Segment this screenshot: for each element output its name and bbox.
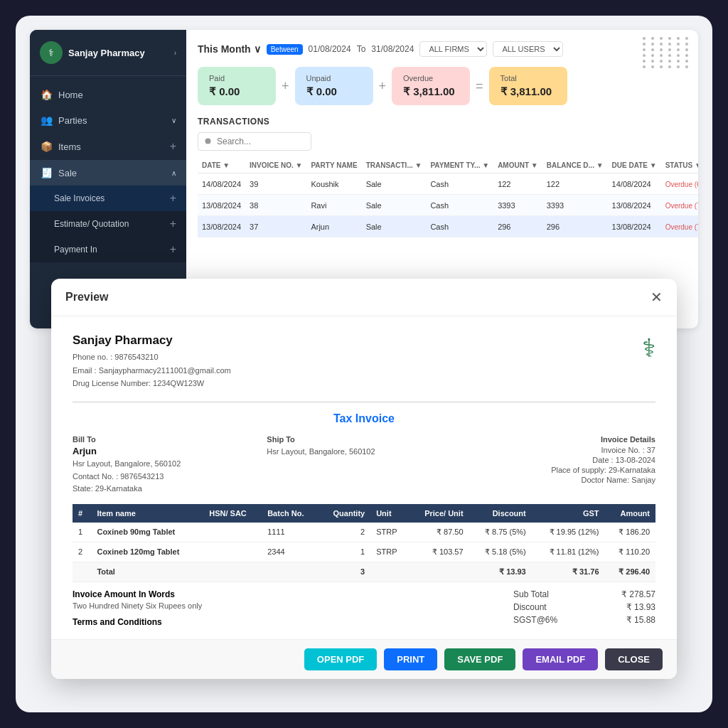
row2-payment: Cash xyxy=(426,195,493,216)
th-price: Price/ Unit xyxy=(409,504,469,523)
row2-due-date: 13/08/2024 xyxy=(608,195,661,216)
total-amount: ₹ 296.40 xyxy=(605,562,655,582)
print-button[interactable]: PRINT xyxy=(384,648,437,670)
save-pdf-button[interactable]: SAVE PDF xyxy=(444,648,515,670)
sidebar-item-parties-label: Parties xyxy=(58,115,87,126)
item2-batch: 2344 xyxy=(262,542,319,562)
overdue-amount: ₹ 3,811.00 xyxy=(403,85,459,98)
bill-to-label: Bill To xyxy=(73,435,267,444)
modal-footer: OPEN PDF PRINT SAVE PDF EMAIL PDF CLOSE xyxy=(51,639,677,679)
item1-name: Coxineb 90mg Tablet xyxy=(91,523,203,542)
row3-status: Overdue (7 days xyxy=(665,223,698,231)
sidebar-item-items[interactable]: 📦 Items + xyxy=(30,133,186,160)
sidebar-brand[interactable]: ⚕ Sanjay Pharmacy › xyxy=(30,30,186,76)
pharmacy-phone: Phone no. : 9876543210 xyxy=(73,350,231,364)
payment-in-add-icon[interactable]: + xyxy=(170,243,176,256)
item1-discount: ₹ 8.75 (5%) xyxy=(469,523,532,542)
parties-expand-icon: ∨ xyxy=(171,117,176,124)
modal-body: Sanjay Pharmacy Phone no. : 9876543210 E… xyxy=(51,316,677,639)
paid-amount: ₹ 0.00 xyxy=(209,85,264,98)
email-pdf-button[interactable]: EMAIL PDF xyxy=(523,648,598,670)
sidebar-item-parties[interactable]: 👥 Parties ∨ xyxy=(30,107,186,133)
row3-date: 13/08/2024 xyxy=(198,216,245,237)
items-add-icon[interactable]: + xyxy=(170,140,176,153)
pharmacy-drug-license: Drug License Number: 1234QW123W xyxy=(73,377,231,390)
brand-icon: ⚕ xyxy=(40,41,63,64)
user-select[interactable]: ALL USERS xyxy=(493,41,563,57)
discount-line: Discount ₹ 13.93 xyxy=(513,602,655,612)
row3-amount: 296 xyxy=(493,216,542,237)
date-from: 01/08/2024 xyxy=(309,44,351,54)
item2-gst: ₹ 11.81 (12%) xyxy=(532,542,605,562)
total-unit xyxy=(370,562,409,582)
sidebar-item-home-label: Home xyxy=(58,90,83,100)
transactions-title: TRANSACTIONS xyxy=(198,117,687,127)
paid-label: Paid xyxy=(209,74,264,82)
item2-num: 2 xyxy=(73,542,91,562)
col-party: PARTY NAME xyxy=(306,158,361,173)
total-gst: ₹ 31.76 xyxy=(532,562,605,582)
sidebar-item-sale[interactable]: 🧾 Sale ∧ xyxy=(30,160,186,186)
brand-expand-icon: › xyxy=(174,49,176,57)
th-quantity: Quantity xyxy=(319,504,370,523)
modal-header: Preview ✕ xyxy=(51,279,677,316)
item1-hsn xyxy=(203,523,262,542)
close-icon[interactable]: ✕ xyxy=(651,289,663,306)
item1-gst: ₹ 19.95 (12%) xyxy=(532,523,605,542)
item1-qty: 2 xyxy=(319,523,370,542)
sidebar-item-sale-label: Sale xyxy=(58,168,77,178)
payment-in-label: Payment In xyxy=(54,245,97,255)
total-qty: 3 xyxy=(319,562,370,582)
row2-invoice: 38 xyxy=(245,195,306,216)
th-batch: Batch No. xyxy=(262,504,319,523)
item2-price: ₹ 103.57 xyxy=(409,542,469,562)
dots-decoration xyxy=(643,37,691,68)
amount-in-words-label: Invoice Amount In Words xyxy=(73,589,202,599)
item1-amount: ₹ 186.20 xyxy=(605,523,655,542)
row3-invoice: 37 xyxy=(245,216,306,237)
row1-status: Overdue (6 days xyxy=(665,181,698,188)
total-hsn xyxy=(203,562,262,582)
sgst-label: SGST@6% xyxy=(513,615,557,625)
sub-total-label: Sub Total xyxy=(513,589,549,599)
search-input[interactable] xyxy=(198,132,311,151)
open-pdf-button[interactable]: OPEN PDF xyxy=(304,648,377,670)
paid-card: Paid ₹ 0.00 xyxy=(198,67,276,105)
unpaid-amount: ₹ 0.00 xyxy=(306,85,362,98)
preview-modal: Preview ✕ Sanjay Pharmacy Phone no. : 98… xyxy=(51,279,677,679)
brand-name: Sanjay Pharmacy xyxy=(68,48,145,58)
bill-to-name: Arjun xyxy=(73,446,267,456)
terms-label: Terms and Conditions xyxy=(73,617,202,627)
item2-amount: ₹ 110.20 xyxy=(605,542,655,562)
bill-to-state: State: 29-Karnataka xyxy=(73,483,267,496)
close-button[interactable]: CLOSE xyxy=(605,648,663,670)
parties-icon: 👥 xyxy=(40,114,53,126)
th-item-name: Item name xyxy=(91,504,203,523)
month-selector[interactable]: This Month ∨ xyxy=(198,43,261,55)
row1-party: Koushik xyxy=(306,173,361,195)
row3-balance: 296 xyxy=(542,216,608,237)
submenu-sale-invoices[interactable]: Sale Invoices + xyxy=(30,186,186,211)
item1-num: 1 xyxy=(73,523,91,542)
estimate-add-icon[interactable]: + xyxy=(170,218,176,230)
sidebar-item-home[interactable]: 🏠 Home xyxy=(30,82,186,107)
bill-to-contact: Contact No. : 9876543213 xyxy=(73,471,267,483)
item2-qty: 1 xyxy=(319,542,370,562)
sale-invoices-add-icon[interactable]: + xyxy=(170,192,176,205)
estimate-label: Estimate/ Quotation xyxy=(54,219,129,229)
submenu-payment-in[interactable]: Payment In + xyxy=(30,237,186,262)
row2-status: Overdue (7 days xyxy=(665,202,698,210)
table-row: 13/08/2024 37 Arjun Sale Cash 296 296 13… xyxy=(198,216,698,237)
overdue-card: Overdue ₹ 3,811.00 xyxy=(392,67,470,105)
total-amount: ₹ 3,811.00 xyxy=(500,85,556,98)
invoice-no: Invoice No. : 37 xyxy=(461,446,655,454)
ship-to-address: Hsr Layout, Bangalore, 560102 xyxy=(267,446,461,459)
bill-to-col: Bill To Arjun Hsr Layout, Bangalore, 560… xyxy=(73,435,267,496)
equals-icon: = xyxy=(476,79,483,94)
total-card: Total ₹ 3,811.00 xyxy=(489,67,567,105)
sidebar-menu: 🏠 Home 👥 Parties ∨ 📦 Items + 🧾 Sale ∧ xyxy=(30,76,186,268)
firm-select[interactable]: ALL FIRMS xyxy=(419,41,487,57)
item2-unit: STRP xyxy=(370,542,409,562)
submenu-estimate[interactable]: Estimate/ Quotation + xyxy=(30,211,186,237)
top-bar: This Month ∨ Between 01/08/2024 To 31/08… xyxy=(198,41,687,57)
